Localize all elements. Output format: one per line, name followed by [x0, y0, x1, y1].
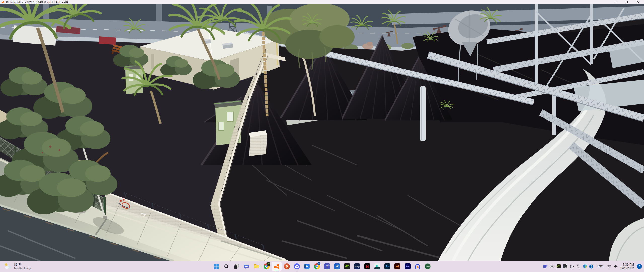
- weather-condition: Mostly cloudy: [14, 267, 31, 270]
- running-indicator: [266, 271, 267, 271]
- svg-text:T: T: [544, 265, 546, 268]
- beamng-scene: .fr{stroke:#83a054;stroke-width:7;fill:n…: [0, 4, 644, 261]
- xemu-icon: xemu: [425, 263, 431, 269]
- taskbar-center: P C: [211, 261, 433, 272]
- game-viewport[interactable]: .fr{stroke:#83a054;stroke-width:7;fill:n…: [0, 4, 644, 261]
- tray-teams[interactable]: T: [543, 261, 549, 271]
- bluetooth-tray-icon: [589, 264, 593, 269]
- maximize-button[interactable]: [621, 0, 632, 4]
- illustrator-icon: Ai: [394, 263, 400, 269]
- discord-tray-icon: [550, 264, 554, 269]
- start-button[interactable]: [211, 261, 221, 272]
- taskbar-clock[interactable]: 7:39 PM 9/28/2022: [619, 263, 635, 270]
- nvidia-tray-icon: [557, 264, 561, 268]
- tray-volume[interactable]: [613, 261, 619, 271]
- taskbar-app-powerpoint[interactable]: P: [282, 261, 292, 272]
- tray-asa[interactable]: ASA: [562, 261, 568, 271]
- word-icon: W: [334, 263, 340, 269]
- taskbar-app-nvidia[interactable]: [342, 261, 352, 272]
- beamng-logo-icon: [2, 1, 5, 4]
- notification-badge[interactable]: 5: [637, 264, 642, 269]
- weather-temperature: 85°F: [14, 263, 31, 267]
- taskbar-app-word[interactable]: W: [332, 261, 342, 272]
- system-tray: T ASA: [543, 261, 642, 272]
- taskbar-app-movies-tv[interactable]: [302, 261, 312, 272]
- beamng-icon: [274, 263, 280, 269]
- taskbar-app-xemu[interactable]: xemu: [423, 261, 433, 272]
- wifi-icon: [607, 264, 611, 269]
- close-button[interactable]: [632, 0, 644, 4]
- minimize-button[interactable]: [609, 0, 621, 4]
- taskbar-app-netflix[interactable]: N: [362, 261, 372, 272]
- clock-date: 9/28/2022: [621, 266, 634, 270]
- active-indicator: [275, 270, 279, 270]
- windows-taskbar: 85°F Mostly cloudy: [0, 261, 644, 272]
- car-badge-icon: [267, 262, 270, 266]
- taskbar-app-beamng[interactable]: [272, 262, 282, 271]
- windows-logo-icon: [214, 264, 219, 269]
- window-titlebar[interactable]: BeamNG.drive - 0.26.1.0.14338 - RELEASE …: [0, 0, 644, 4]
- teams-tray-icon: T: [543, 264, 548, 269]
- powerpoint-icon: P: [284, 263, 290, 269]
- tray-creative-cloud[interactable]: [569, 261, 575, 271]
- language-indicator[interactable]: ENG: [595, 265, 606, 268]
- wall-block: [249, 130, 267, 156]
- search-button[interactable]: [221, 261, 231, 272]
- audacity-icon: [415, 263, 421, 269]
- weather-widget[interactable]: 85°F Mostly cloudy: [3, 261, 33, 272]
- tray-security[interactable]: [582, 261, 588, 271]
- task-view-button[interactable]: [231, 261, 242, 272]
- after-effects-icon: Ae: [405, 263, 411, 269]
- tray-discord[interactable]: [549, 261, 555, 271]
- tray-nvidia[interactable]: [556, 261, 562, 271]
- tray-wifi[interactable]: [606, 261, 612, 271]
- taskbar-app-chrome[interactable]: [262, 261, 272, 272]
- profile-badge: C: [317, 262, 320, 265]
- taskbar-app-chrome-profile[interactable]: C: [312, 261, 322, 272]
- running-indicator: [296, 271, 298, 271]
- moon-cloud-icon: [5, 263, 12, 270]
- file-explorer-icon: [254, 263, 260, 269]
- taskbar-app-teams[interactable]: T: [322, 261, 332, 272]
- volume-icon: [613, 264, 618, 269]
- discord-icon: [294, 263, 300, 269]
- chat-button[interactable]: [242, 261, 252, 272]
- taskbar-app-filmora[interactable]: [372, 261, 382, 272]
- taskbar-app-audacity[interactable]: [413, 261, 423, 272]
- taskbar-app-after-effects[interactable]: Ae: [403, 261, 413, 272]
- netflix-icon: N: [364, 263, 370, 269]
- disney-plus-icon: Disney+: [354, 263, 360, 269]
- creative-cloud-tray-icon: [570, 264, 574, 269]
- clock-time: 7:39 PM: [623, 263, 634, 266]
- task-view-icon: [234, 264, 239, 269]
- taskbar-app-illustrator[interactable]: Ai: [392, 261, 403, 272]
- taskbar-app-file-explorer[interactable]: [252, 261, 262, 272]
- taskbar-app-discord[interactable]: [292, 261, 302, 272]
- photoshop-icon: Ps: [384, 263, 390, 269]
- nvidia-icon: [344, 263, 350, 269]
- teams-icon: T: [324, 263, 330, 269]
- search-icon: [224, 264, 229, 269]
- taskbar-app-disney-plus[interactable]: Disney+: [352, 261, 362, 272]
- asa-tray-icon: ASA: [563, 264, 567, 268]
- movies-tv-icon: [304, 263, 310, 269]
- filmora-icon: [374, 263, 380, 269]
- tray-bluetooth[interactable]: [588, 261, 594, 271]
- tray-usb[interactable]: [575, 261, 581, 271]
- taskbar-app-photoshop[interactable]: Ps: [382, 261, 392, 272]
- usb-eject-tray-icon: [576, 264, 580, 269]
- security-shield-tray-icon: [583, 264, 587, 269]
- chat-icon: [244, 264, 249, 269]
- window-title: BeamNG.drive - 0.26.1.0.14338 - RELEASE …: [6, 1, 68, 4]
